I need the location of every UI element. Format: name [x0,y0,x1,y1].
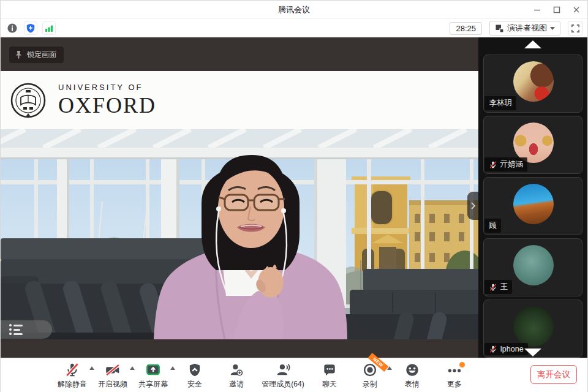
participant-name-tag: 王 [484,280,512,294]
share-screen-icon [145,362,161,378]
info-icon [7,23,18,34]
mic-muted-icon [489,345,497,353]
fullscreen-icon [571,24,580,33]
speaker-video-scene [1,129,478,339]
fullscreen-button[interactable] [568,21,582,36]
invite-person-icon [228,362,244,378]
chat-bubble-icon [322,362,337,378]
start-video-button[interactable]: 开启视频 [92,360,133,391]
status-icons [1,21,56,35]
meeting-info-button[interactable] [6,21,19,35]
record-label: 录制 [363,379,377,390]
participant-name-tag: Iphone [484,343,527,355]
layout-view-icon [495,24,504,33]
participant-name: Iphone [500,345,523,353]
chat-label: 聊天 [322,379,337,390]
topbar-right-controls: 28:25 演讲者视图 [450,19,582,37]
share-screen-label: 共享屏幕 [138,379,168,390]
participant-tiles: 李林玥 亓婧涵 [483,55,582,361]
share-screen-button[interactable]: 共享屏幕 [133,360,173,391]
meeting-toolbar-top: 28:25 演讲者视图 [1,19,587,37]
security-button[interactable]: 安全 [173,360,216,391]
participant-name: 亓婧涵 [500,159,523,170]
participant-name-tag: 顾 [484,219,501,233]
title-bar: 腾讯会议 [1,1,587,19]
chat-button[interactable]: 聊天 [309,360,350,391]
participant-tile[interactable]: 李林玥 [483,55,582,113]
window-controls [527,1,586,19]
participant-name: 李林玥 [489,98,512,108]
participant-name: 顾 [489,221,497,231]
chevron-down-icon [550,27,555,30]
close-button[interactable] [567,1,586,19]
view-mode-label: 演讲者视图 [507,23,547,34]
scroll-down-arrow[interactable] [524,349,541,356]
avatar [513,61,554,102]
notification-dot [459,362,465,368]
unmute-label: 解除静音 [58,379,87,390]
caption-list-icon [9,324,52,326]
shield-plus-icon [26,23,36,33]
more-button[interactable]: 更多 [434,360,475,391]
scroll-up-arrow[interactable] [524,40,541,48]
avatar [513,245,554,285]
app-window: 腾讯会议 [0,0,588,392]
more-label: 更多 [447,379,462,390]
close-icon [572,6,581,14]
members-icon [275,362,291,378]
security-label: 安全 [187,379,202,390]
avatar [513,306,554,347]
security-shield-icon [187,362,203,378]
lock-view-label: 锁定画面 [27,50,56,60]
minimize-button[interactable] [527,1,547,19]
view-mode-button[interactable]: 演讲者视图 [489,21,560,36]
pin-icon [15,50,23,59]
unmute-button[interactable]: 解除静音 [52,360,92,391]
caption-toggle-button[interactable] [1,320,52,339]
participants-sidebar: 李林玥 亓婧涵 [478,37,587,358]
leave-meeting-button[interactable]: 离开会议 [530,365,577,384]
logo-line-1: UNIVERSITY OF [58,83,156,92]
participant-name: 王 [500,282,508,292]
minimize-icon [533,6,541,14]
invite-label: 邀请 [229,379,244,390]
network-signal-button[interactable] [42,21,56,35]
oxford-logo-text: UNIVERSITY OF OXFORD [58,83,156,118]
participant-tile[interactable]: 亓婧涵 [483,116,582,174]
participant-tile[interactable]: 顾 [483,177,582,235]
video-content-banner: UNIVERSITY OF OXFORD [1,71,478,129]
mic-muted-icon [64,362,80,378]
participant-name-tag: 亓婧涵 [484,157,527,172]
emoji-label: 表情 [405,379,420,390]
security-status-button[interactable] [24,21,37,35]
camera-off-icon [105,362,121,378]
emoji-smiley-icon [404,362,420,378]
sidebar-collapse-handle[interactable] [467,192,478,220]
lock-view-button[interactable]: 锁定画面 [9,47,64,63]
oxford-crest-logo [9,81,47,119]
start-video-label: 开启视频 [98,379,127,390]
mic-muted-icon [489,160,497,169]
meeting-timer: 28:25 [450,22,482,35]
chevron-right-icon [470,202,476,210]
record-button[interactable]: NEW 录制 [350,360,390,391]
main-speaker-video: 锁定画面 UNIVERSITY OF OXFORD [1,37,478,358]
window-title: 腾讯会议 [278,4,310,15]
emoji-button[interactable]: 表情 [390,360,434,391]
mic-muted-icon [489,283,497,292]
signal-bars-icon [44,23,54,33]
avatar [513,184,554,224]
logo-line-2: OXFORD [58,92,156,118]
maximize-button[interactable] [547,1,567,19]
manage-members-label: 管理成员(64) [262,379,304,390]
meeting-controls-bar: 解除静音 开启视频 共享屏幕 安全 [1,358,587,392]
participant-name-tag: 李林玥 [484,96,516,110]
participant-tile[interactable]: 王 [483,238,582,296]
manage-members-button[interactable]: 管理成员(64) [257,360,309,391]
maximize-icon [552,6,561,14]
invite-button[interactable]: 邀请 [216,360,257,391]
